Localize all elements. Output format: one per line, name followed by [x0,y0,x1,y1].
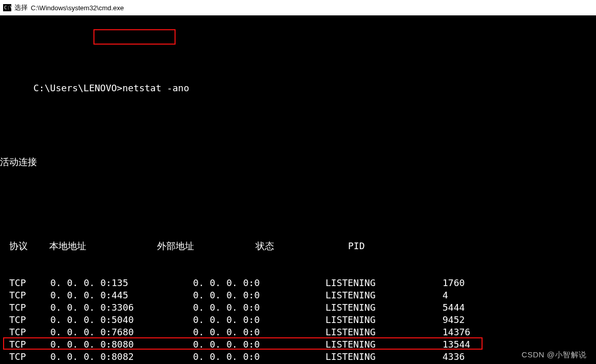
cell-pid: 5444 [443,301,504,314]
cell-proto: TCP [9,314,50,326]
header-local: 本地地址 [49,240,157,252]
svg-text:C:\: C:\ [4,5,11,10]
table-row: TCP0. 0. 0. 0:80800. 0. 0. 0:0LISTENING1… [9,338,596,351]
prompt-line: C:\Users\LENOVO>netstat -ano [0,70,596,107]
cell-pid: 4336 [443,351,504,363]
cell-state: LISTENING [325,338,443,351]
titlebar-prefix: 选择 [14,3,28,12]
cell-local-address: 0. 0. 0. 0:445 [50,289,193,301]
cell-foreign-address: 0. 0. 0. 0:0 [193,277,325,289]
header-foreign: 外部地址 [157,240,256,252]
table-header-row: 协议 本地地址 外部地址 状态 PID [9,240,596,252]
table-row: TCP0. 0. 0. 0:4450. 0. 0. 0:0LISTENING4 [9,289,596,301]
titlebar-path: C:\Windows\system32\cmd.exe [31,4,124,12]
prompt-path: C:\Users\LENOVO> [33,83,122,93]
cell-local-address: 0. 0. 0. 0:135 [50,277,193,289]
watermark: CSDN @小智解说 [522,350,587,360]
cell-pid: 9452 [443,314,504,326]
section-title: 活动连接 [0,156,596,168]
table-row: TCP0. 0. 0. 0:1350. 0. 0. 0:0LISTENING17… [9,277,596,289]
cell-local-address: 0. 0. 0. 0:8080 [50,338,193,351]
cell-proto: TCP [9,338,50,351]
cell-state: LISTENING [325,289,443,301]
cell-state: LISTENING [325,351,443,363]
cell-pid: 13544 [443,338,504,351]
table-row: TCP0. 0. 0. 0:33060. 0. 0. 0:0LISTENING5… [9,301,596,314]
table-row: TCP0. 0. 0. 0:50400. 0. 0. 0:0LISTENING9… [9,314,596,326]
cell-pid: 1760 [443,277,504,289]
cell-foreign-address: 0. 0. 0. 0:0 [193,289,325,301]
cell-foreign-address: 0. 0. 0. 0:0 [193,314,325,326]
cell-local-address: 0. 0. 0. 0:3306 [50,301,193,314]
table-row: TCP0. 0. 0. 0:76800. 0. 0. 0:0LISTENING1… [9,326,596,338]
cell-foreign-address: 0. 0. 0. 0:0 [193,351,325,363]
cmd-icon: C:\ [3,4,11,11]
cell-foreign-address: 0. 0. 0. 0:0 [193,326,325,338]
cell-state: LISTENING [325,326,443,338]
cell-pid: 4 [443,289,504,301]
cell-proto: TCP [9,277,50,289]
titlebar[interactable]: C:\ 选择 C:\Windows\system32\cmd.exe [0,0,596,15]
cell-state: LISTENING [325,314,443,326]
cell-pid: 14376 [443,326,504,338]
header-state: 状态 [256,240,348,252]
cell-local-address: 0. 0. 0. 0:7680 [50,326,193,338]
cell-state: LISTENING [325,301,443,314]
table-row: TCP0. 0. 0. 0:80820. 0. 0. 0:0LISTENING4… [9,351,596,363]
cell-proto: TCP [9,326,50,338]
header-proto: 协议 [9,240,49,252]
cell-local-address: 0. 0. 0. 0:8082 [50,351,193,363]
cmd-window: C:\ 选择 C:\Windows\system32\cmd.exe C:\Us… [0,0,596,364]
prompt-command: netstat -ano [122,83,189,93]
cell-foreign-address: 0. 0. 0. 0:0 [193,338,325,351]
cell-proto: TCP [9,289,50,301]
cell-local-address: 0. 0. 0. 0:5040 [50,314,193,326]
header-pid: PID [348,240,410,252]
terminal-area[interactable]: C:\Users\LENOVO>netstat -ano 活动连接 协议 本地地… [0,15,596,364]
cell-proto: TCP [9,301,50,314]
netstat-table: 协议 本地地址 外部地址 状态 PID TCP0. 0. 0. 0:1350. … [0,215,596,364]
cell-foreign-address: 0. 0. 0. 0:0 [193,301,325,314]
cell-proto: TCP [9,351,50,363]
cell-state: LISTENING [325,277,443,289]
